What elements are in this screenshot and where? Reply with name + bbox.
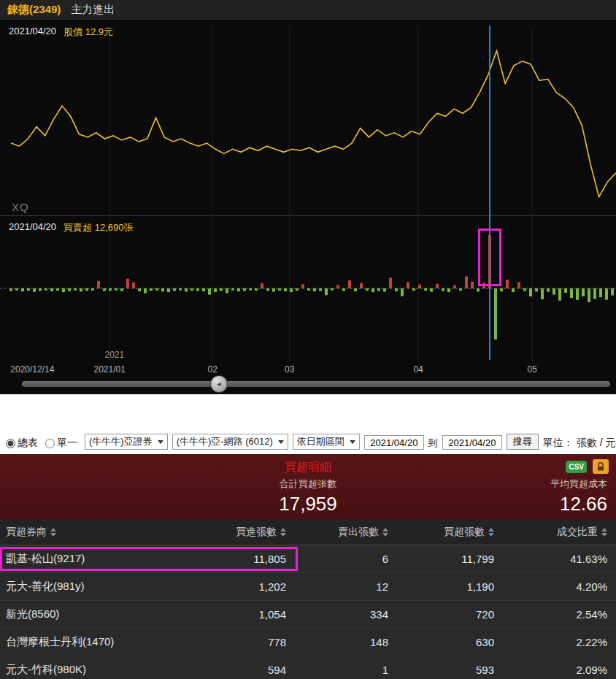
highlighted-bar-box [478, 229, 501, 286]
to-label: 到 [428, 437, 438, 450]
x-axis-tick: 04 [413, 364, 423, 375]
chevron-down-icon [350, 440, 355, 444]
table-column-headers: 買超券商買進張數賣出張數買超張數成交比重 [0, 520, 616, 545]
column-header-label: 買進張數 [236, 526, 277, 539]
cell-buy: 1,202 [182, 580, 292, 593]
cell-broker: 元大-竹科(980K) [0, 663, 182, 677]
cell-net: 720 [394, 608, 500, 621]
broker-select-value: (牛牛牛)亞證券 [89, 435, 153, 448]
scrollbar-handle[interactable]: ◄ [210, 375, 228, 393]
radio-summary-label: 總表 [18, 437, 38, 450]
price-chart-canvas [0, 27, 616, 215]
sort-icon[interactable] [280, 528, 286, 537]
column-header-broker[interactable]: 買超券商 [0, 526, 182, 539]
lock-icon[interactable] [593, 459, 609, 474]
cell-buy: 1,054 [182, 608, 292, 621]
sort-icon[interactable] [50, 528, 56, 537]
cell-pct: 2.54% [500, 608, 616, 621]
cell-sell: 334 [292, 608, 394, 621]
page-title: 主力進出 [71, 3, 115, 17]
table-row[interactable]: 元大-竹科(980K)59415932.09% [0, 656, 616, 679]
branch-select-value: (牛牛牛)亞-網路 (6012) [177, 435, 273, 448]
price-date-label: 2021/04/20 [9, 26, 56, 39]
broker-select[interactable]: (牛牛牛)亞證券 [85, 434, 168, 450]
x-axis-tick: 2020/12/14 [10, 364, 54, 375]
scrollbar-track[interactable] [22, 381, 610, 387]
column-header-net[interactable]: 買超張數 [394, 526, 500, 539]
cell-broker: 新光(8560) [0, 607, 182, 621]
cell-broker: 台灣摩根士丹利(1470) [0, 635, 182, 649]
xq-watermark: XQ [12, 201, 29, 213]
radio-single-label: 單一 [57, 437, 77, 450]
cell-sell: 12 [292, 580, 394, 593]
cell-broker: 凱基-松山(9217) [0, 552, 182, 566]
unit-label: 單位： 張數 / 元 [543, 437, 616, 450]
cell-buy: 11,805 [182, 553, 292, 565]
column-header-label: 成交比重 [557, 526, 598, 539]
radio-summary-input[interactable] [6, 439, 15, 448]
column-header-buy[interactable]: 買進張數 [182, 526, 292, 539]
chevron-down-icon [278, 440, 284, 444]
avg-cost-summary: 平均買超成本 12.66 [550, 477, 607, 515]
cell-net: 593 [394, 664, 500, 676]
table-row[interactable]: 元大-善化(981y)1,202121,1904.20% [0, 573, 616, 601]
cell-pct: 41.63% [500, 553, 616, 565]
x-axis-tick: 03 [285, 364, 294, 375]
cell-sell: 1 [292, 664, 394, 676]
date-to-input[interactable] [442, 435, 502, 450]
total-net-buy-summary: 合計買超張數 17,959 [0, 477, 616, 515]
date-mode-select[interactable]: 依日期區間 [293, 434, 360, 450]
cell-sell: 6 [292, 553, 394, 565]
csv-export-button[interactable]: CSV [566, 461, 587, 473]
date-from-input[interactable] [364, 435, 424, 450]
table-header-band: 買超明細 CSV 合計買超張數 17,959 平均買超成本 12.66 [0, 454, 616, 520]
table-body: 凱基-松山(9217)11,805611,79941.63%元大-善化(981y… [0, 545, 616, 679]
x-axis-tick: 2021/01 [94, 364, 126, 375]
selected-date-marker-line [489, 26, 490, 360]
table-row[interactable]: 台灣摩根士丹利(1470)7781486302.22% [0, 629, 616, 656]
x-axis-year-label: 2021 [104, 350, 124, 360]
price-chart-label: 2021/04/20 股價 12.9元 [9, 26, 113, 39]
column-header-pct[interactable]: 成交比重 [500, 526, 616, 539]
search-button[interactable]: 搜尋 [507, 434, 539, 450]
radio-summary[interactable]: 總表 [6, 437, 38, 450]
sort-icon[interactable] [382, 528, 388, 537]
x-axis-tick: 05 [528, 364, 537, 375]
table-tools: CSV [566, 459, 609, 474]
volume-chart-canvas [0, 215, 616, 361]
chevron-down-icon [158, 440, 163, 444]
sort-icon[interactable] [601, 528, 607, 537]
column-header-label: 賣出張數 [338, 526, 379, 539]
cell-broker: 元大-善化(981y) [0, 580, 182, 594]
cell-net: 630 [394, 636, 500, 648]
chart-scrollbar[interactable]: ◄ [0, 375, 616, 395]
table-title: 買超明細 [0, 454, 616, 475]
stock-title: 錸德(2349) [7, 3, 61, 17]
avg-cost-value: 12.66 [550, 493, 607, 515]
padlock-glyph [596, 462, 605, 472]
cell-net: 11,799 [394, 553, 500, 565]
cell-pct: 2.09% [500, 664, 616, 676]
chart-area: 2021/04/20 股價 12.9元 XQ 2021/04/20 買賣超 12… [0, 20, 616, 394]
net-buy-table: 買超明細 CSV 合計買超張數 17,959 平均買超成本 12.66 買超券商… [0, 454, 616, 679]
sort-icon[interactable] [488, 528, 494, 537]
cell-buy: 778 [182, 636, 292, 648]
table-row[interactable]: 凱基-松山(9217)11,805611,79941.63% [0, 545, 616, 573]
filter-controls: 總表 單一 (牛牛牛)亞證券 (牛牛牛)亞-網路 (6012) 依日期區間 到 … [0, 394, 616, 454]
cell-pct: 2.22% [500, 636, 616, 648]
volume-value-label: 買賣超 12,690張 [63, 221, 133, 234]
cell-net: 1,190 [394, 580, 500, 593]
x-axis-tick: 02 [207, 364, 217, 375]
total-net-buy-label: 合計買超張數 [0, 477, 616, 491]
column-header-sell[interactable]: 賣出張數 [292, 526, 394, 539]
avg-cost-label: 平均買超成本 [550, 477, 607, 491]
cell-sell: 148 [292, 636, 394, 648]
radio-single-input[interactable] [45, 439, 55, 448]
table-row[interactable]: 新光(8560)1,0543347202.54% [0, 601, 616, 629]
date-mode-select-value: 依日期區間 [297, 435, 344, 448]
radio-single[interactable]: 單一 [45, 437, 77, 450]
cell-pct: 4.20% [500, 580, 616, 593]
branch-select[interactable]: (牛牛牛)亞-網路 (6012) [172, 434, 288, 450]
volume-chart-label: 2021/04/20 買賣超 12,690張 [9, 221, 133, 234]
column-header-label: 買超券商 [6, 526, 47, 539]
